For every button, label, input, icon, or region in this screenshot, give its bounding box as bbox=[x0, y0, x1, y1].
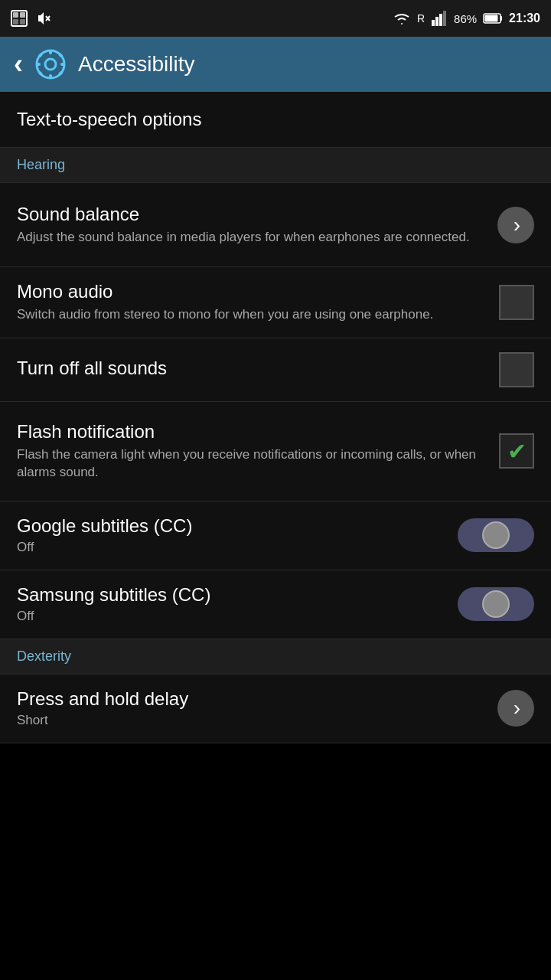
mono-audio-checkbox[interactable] bbox=[499, 285, 534, 320]
flash-notification-desc: Flash the camera light when you receive … bbox=[17, 446, 499, 482]
samsung-subtitles-toggle-knob bbox=[482, 590, 510, 618]
samsung-subtitles-title: Samsung subtitles (CC) bbox=[17, 584, 458, 606]
hearing-label: Hearing bbox=[17, 157, 65, 172]
battery-text: 86% bbox=[454, 12, 477, 25]
battery-icon bbox=[483, 12, 503, 24]
google-subtitles-toggle-knob bbox=[482, 521, 510, 549]
svg-rect-7 bbox=[432, 20, 435, 26]
text-to-speech-title: Text-to-speech options bbox=[17, 109, 201, 129]
hearing-section-header: Hearing bbox=[0, 148, 551, 183]
status-left-icons bbox=[11, 10, 52, 27]
samsung-subtitles-item[interactable]: Samsung subtitles (CC) Off bbox=[0, 570, 551, 639]
dexterity-label: Dexterity bbox=[17, 648, 71, 664]
turn-off-sounds-title: Turn off all sounds bbox=[17, 358, 499, 379]
mute-icon bbox=[35, 10, 52, 27]
google-subtitles-title: Google subtitles (CC) bbox=[17, 515, 458, 537]
settings-list: Text-to-speech options Hearing Sound bal… bbox=[0, 92, 551, 743]
sound-balance-arrow[interactable] bbox=[497, 207, 534, 243]
status-bar: R 86% 21:30 bbox=[0, 0, 551, 37]
gallery-icon bbox=[11, 10, 28, 27]
flash-notification-item[interactable]: Flash notification Flash the camera ligh… bbox=[0, 402, 551, 501]
mono-audio-desc: Switch audio from stereo to mono for whe… bbox=[17, 305, 499, 324]
flash-notification-title: Flash notification bbox=[17, 421, 499, 443]
status-right-icons: R 86% 21:30 bbox=[393, 11, 540, 26]
wifi-icon bbox=[393, 11, 411, 26]
svg-rect-10 bbox=[443, 11, 446, 26]
back-button[interactable]: ‹ bbox=[14, 48, 23, 80]
press-hold-delay-title: Press and hold delay bbox=[17, 688, 497, 710]
samsung-subtitles-status: Off bbox=[17, 609, 458, 624]
google-subtitles-toggle[interactable] bbox=[458, 518, 534, 552]
mono-audio-item[interactable]: Mono audio Switch audio from stereo to m… bbox=[0, 267, 551, 338]
press-hold-delay-item[interactable]: Press and hold delay Short bbox=[0, 675, 551, 743]
time-display: 21:30 bbox=[509, 11, 540, 25]
svg-rect-9 bbox=[439, 14, 442, 26]
roaming-indicator: R bbox=[417, 12, 425, 24]
turn-off-sounds-item[interactable]: Turn off all sounds bbox=[0, 338, 551, 402]
sound-balance-desc: Adjust the sound balance in media player… bbox=[17, 228, 497, 247]
press-hold-delay-arrow[interactable] bbox=[497, 690, 534, 727]
page-header: ‹ Accessibility bbox=[0, 37, 551, 92]
sound-balance-text: Sound balance Adjust the sound balance i… bbox=[17, 204, 497, 247]
svg-rect-12 bbox=[500, 16, 502, 21]
settings-gear-icon bbox=[35, 49, 66, 80]
svg-rect-18 bbox=[36, 63, 41, 66]
turn-off-sounds-checkbox[interactable] bbox=[499, 352, 534, 387]
svg-rect-8 bbox=[435, 17, 439, 26]
mono-audio-text: Mono audio Switch audio from stereo to m… bbox=[17, 281, 499, 324]
svg-point-15 bbox=[45, 59, 56, 70]
google-subtitles-status: Off bbox=[17, 540, 458, 555]
svg-rect-16 bbox=[49, 50, 52, 54]
svg-rect-2 bbox=[20, 12, 25, 18]
flash-notification-checkbox[interactable] bbox=[499, 433, 534, 469]
svg-rect-4 bbox=[20, 19, 25, 24]
svg-rect-19 bbox=[60, 63, 65, 66]
page-title: Accessibility bbox=[78, 52, 194, 77]
svg-rect-13 bbox=[485, 15, 498, 22]
google-subtitles-item[interactable]: Google subtitles (CC) Off bbox=[0, 501, 551, 570]
flash-notification-text: Flash notification Flash the camera ligh… bbox=[17, 421, 499, 482]
svg-rect-1 bbox=[13, 12, 18, 18]
text-to-speech-item[interactable]: Text-to-speech options bbox=[0, 92, 551, 148]
mono-audio-title: Mono audio bbox=[17, 281, 499, 302]
press-hold-delay-status: Short bbox=[17, 713, 497, 728]
samsung-subtitles-text: Samsung subtitles (CC) Off bbox=[17, 584, 458, 624]
sound-balance-title: Sound balance bbox=[17, 204, 497, 225]
sound-balance-item[interactable]: Sound balance Adjust the sound balance i… bbox=[0, 183, 551, 267]
turn-off-sounds-text: Turn off all sounds bbox=[17, 358, 499, 382]
samsung-subtitles-toggle[interactable] bbox=[458, 587, 534, 621]
signal-icon bbox=[431, 11, 448, 26]
google-subtitles-text: Google subtitles (CC) Off bbox=[17, 515, 458, 555]
press-hold-delay-text: Press and hold delay Short bbox=[17, 688, 497, 728]
svg-rect-17 bbox=[49, 74, 52, 79]
svg-rect-3 bbox=[13, 19, 18, 24]
dexterity-section-header: Dexterity bbox=[0, 639, 551, 675]
